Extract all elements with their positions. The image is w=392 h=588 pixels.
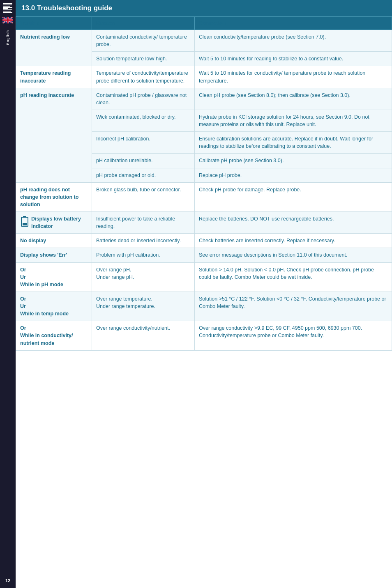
correction-text: Clean pH probe (see Section 8.0); then c… [199,92,350,98]
table-row: Or While in conductivity/ nutrient mode … [16,321,392,350]
trouble-label: Display shows 'Err' [20,252,67,258]
correction-cell: Clean pH probe (see Section 8.0); then c… [195,88,392,110]
reason-cell: pH calibration unreliable. [92,154,195,168]
reason-cell: Solution temperature low/ high. [92,52,195,66]
table-row: No display Batteries dead or inserted in… [16,234,392,248]
correction-cell: Wait 5 to 10 minutes for conductivity/ t… [195,66,392,88]
reason-cell: Over range conductivity/nutrient. [92,321,195,350]
correction-cell: Replace the batteries. DO NOT use rechar… [195,212,392,234]
trouble-label: Nutrient reading low [20,34,70,40]
reason-text: pH probe damaged or old. [96,172,156,178]
trouble-cell: pH reading does not change from solution… [16,182,92,211]
reason-text: pH calibration unreliable. [96,158,153,163]
reason-cell: Over range pH.Under range pH. [92,262,195,292]
reason-text: Problem with pH calibration. [96,252,160,258]
table-row: Nutrient reading low Contaminated conduc… [16,30,392,52]
correction-text: Clean conductivity/temperature probe (se… [199,34,326,40]
trouble-label: Displays low battery indicator [31,215,88,230]
reason-text: Solution temperature low/ high. [96,56,167,62]
reason-text: Contaminated pH probe / glassware not cl… [96,92,187,106]
reason-cell: Insufficient power to take a reliable re… [92,212,195,234]
trouble-cell: Or Ur While in pH mode [16,262,92,292]
svg-rect-10 [23,216,26,218]
reason-text: Over range conductivity/nutrient. [96,325,170,331]
table-row: Or Ur While in temp mode Over range temp… [16,292,392,321]
trouble-label: Temperature reading inaccurate [20,70,71,83]
correction-cell: Over range conductivity >9.9 EC, 99 CF, … [195,321,392,350]
reason-text: Batteries dead or inserted incorrectly. [96,238,181,243]
correction-text: Check pH probe for damage. Replace probe… [199,187,301,193]
table-row: Display shows 'Err' Problem with pH cali… [16,248,392,262]
correction-text: Solution >51 °C / 122 °F. Solution <0 °C… [199,296,386,309]
trouble-cell: pH reading inaccurate [16,88,92,182]
correction-cell: Check batteries are inserted correctly. … [195,234,392,248]
barcode-icon [3,3,12,13]
reason-text: Insufficient power to take a reliable re… [96,216,175,229]
page-number: 12 [5,578,10,583]
uk-flag-icon [2,17,13,23]
battery-icon [20,216,29,227]
correction-text: See error message descriptions in Sectio… [199,252,347,258]
correction-cell: Ensure calibration solutions are accurat… [195,132,392,154]
reason-text: Incorrect pH calibration. [96,136,150,142]
correction-text: Wait 5 to 10 minutes for reading to stab… [199,56,343,62]
correction-text: Replace the batteries. DO NOT use rechar… [199,216,334,222]
trouble-cell: No display [16,234,92,248]
trouble-label: Or Ur While in pH mode [20,267,63,287]
trouble-cell: Display shows 'Err' [16,248,92,262]
reason-text: Temperature of conductivity/temperature … [96,70,188,83]
trouble-cell: Displays low battery indicator [16,212,92,234]
section-title: 13.0 Troubleshooting guide [16,0,392,16]
reason-cell: pH probe damaged or old. [92,168,195,182]
correction-text: Over range conductivity >9.9 EC, 99 CF, … [199,325,362,338]
reason-cell: Broken glass bulb, tube or connector. [92,182,195,211]
reason-cell: Temperature of conductivity/temperature … [92,66,195,88]
svg-rect-11 [23,223,27,225]
correction-cell: Check pH probe for damage. Replace probe… [195,182,392,211]
table-row: Displays low battery indicator Insuffici… [16,212,392,234]
reason-text: Over range pH.Under range pH. [96,267,134,280]
svg-rect-8 [2,19,13,21]
trouble-label: Or While in conductivity/ nutrient mode [20,325,73,346]
correction-cell: Solution > 14.0 pH. Solution < 0.0 pH. C… [195,262,392,292]
header-correction: Correction [195,17,392,30]
trouble-cell: Temperature reading inaccurate [16,66,92,88]
correction-text: Ensure calibration solutions are accurat… [199,136,373,149]
correction-cell: Replace pH probe. [195,168,392,182]
reason-cell: Over range temperature.Under range tempe… [92,292,195,321]
correction-cell: See error message descriptions in Sectio… [195,248,392,262]
correction-cell: Calibrate pH probe (see Section 3.0). [195,154,392,168]
troubleshooting-table: Trouble Reason Correction Nutrient readi… [16,16,392,351]
reason-cell: Batteries dead or inserted incorrectly. [92,234,195,248]
left-sidebar: English 12 [0,0,16,588]
trouble-label: pH reading inaccurate [20,92,74,98]
reason-cell: Contaminated pH probe / glassware not cl… [92,88,195,110]
table-row: pH reading inaccurate Contaminated pH pr… [16,88,392,110]
reason-text: Contaminated conductivity/ temperature p… [96,34,187,47]
header-trouble: Trouble [16,17,92,30]
trouble-label: Or Ur While in temp mode [20,296,69,317]
trouble-label: pH reading does not change from solution… [20,187,78,207]
reason-text: Over range temperature.Under range tempe… [96,296,155,309]
correction-cell: Clean conductivity/temperature probe (se… [195,30,392,52]
correction-cell: Solution >51 °C / 122 °F. Solution <0 °C… [195,292,392,321]
correction-text: Hydrate probe in KCl storage solution fo… [199,114,369,127]
trouble-label: No display [20,238,46,243]
language-label: English [6,30,10,45]
correction-text: Calibrate pH probe (see Section 3.0). [199,158,284,163]
trouble-cell: Or While in conductivity/ nutrient mode [16,321,92,350]
correction-text: Wait 5 to 10 minutes for conductivity/ t… [199,70,365,83]
table-row: Temperature reading inaccurate Temperatu… [16,66,392,88]
table-row: Or Ur While in pH mode Over range pH.Und… [16,262,392,292]
sidebar-icons [2,3,13,23]
trouble-cell: Nutrient reading low [16,30,92,66]
correction-text: Replace pH probe. [199,172,242,178]
main-content: 13.0 Troubleshooting guide Trouble Reaso… [16,0,392,588]
table-row: pH reading does not change from solution… [16,182,392,211]
correction-text: Check batteries are inserted correctly. … [199,238,335,243]
reason-cell: Wick contaminated, blocked or dry. [92,110,195,131]
correction-text: Solution > 14.0 pH. Solution < 0.0 pH. C… [199,267,374,280]
reason-cell: Incorrect pH calibration. [92,132,195,154]
reason-cell: Contaminated conductivity/ temperature p… [92,30,195,52]
reason-cell: Problem with pH calibration. [92,248,195,262]
